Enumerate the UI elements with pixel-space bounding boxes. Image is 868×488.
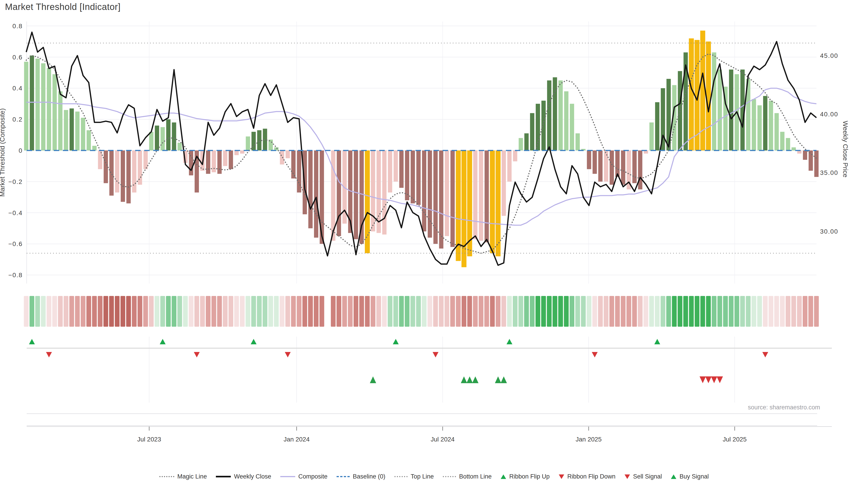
indicator-bar: [126, 151, 131, 203]
indicator-bar: [155, 126, 159, 151]
indicator-bar: [92, 146, 96, 151]
ribbon-cell: [348, 296, 352, 327]
ribbon-cell: [644, 296, 648, 327]
indicator-bar: [495, 151, 500, 256]
ribbon-cell: [507, 296, 512, 327]
ribbon-cell: [564, 296, 569, 327]
ribbon-cell: [780, 296, 784, 327]
indicator-bar: [30, 56, 34, 151]
indicator-bar: [729, 70, 733, 151]
indicator-bar: [354, 151, 358, 239]
ribbon-cell: [200, 296, 205, 327]
ribbon-cell: [445, 296, 450, 327]
indicator-bar: [445, 151, 449, 236]
dotted-gray-line-icon: [443, 476, 456, 477]
ribbon-cell: [257, 296, 262, 327]
dashed-blue-line-icon: [337, 476, 350, 477]
indicator-bar: [422, 151, 426, 231]
buy-signal-marker: [467, 377, 473, 383]
ribbon-cell: [473, 296, 477, 327]
indicator-bar: [360, 151, 364, 244]
ribbon-cell: [678, 296, 682, 327]
sell-signal-marker: [717, 377, 723, 383]
ribbon-cell: [194, 296, 199, 327]
legend-item-magic-line: Magic Line: [159, 473, 207, 480]
indicator-bar: [212, 151, 216, 172]
ribbon-cell: [69, 296, 74, 327]
ribbon-cell: [615, 296, 620, 327]
ribbon-cell: [752, 296, 756, 327]
indicator-bar: [229, 151, 233, 169]
ribbon-cell: [280, 296, 284, 327]
indicator-bar: [75, 111, 80, 151]
indicator-bar: [365, 151, 370, 253]
ribbon-cell: [121, 296, 125, 327]
ribbon-cell: [672, 296, 677, 327]
indicator-bar: [314, 151, 318, 238]
y-right-tick-label: 40.00: [820, 111, 838, 118]
ribbon-cell: [786, 296, 790, 327]
buy-signal-marker: [472, 377, 478, 383]
ribbon-cell: [479, 296, 484, 327]
ribbon-cell: [757, 296, 762, 327]
ribbon-cell: [138, 296, 143, 327]
ribbon-cell: [763, 296, 768, 327]
y-left-tick-label: 0.6: [12, 54, 23, 61]
legend-label: Ribbon Flip Up: [509, 473, 550, 480]
indicator-bar: [559, 80, 563, 151]
indicator-bar: [604, 151, 608, 182]
indicator-bar: [564, 91, 568, 151]
y-left-tick-label: 0.8: [12, 23, 23, 30]
ribbon-cell: [581, 296, 586, 327]
ribbon-cell: [808, 296, 813, 327]
indicator-bar: [217, 151, 222, 174]
indicator-bar: [428, 151, 432, 238]
ribbon-cell: [132, 296, 136, 327]
y-right-tick-label: 35.00: [820, 169, 838, 176]
indicator-bar: [803, 151, 807, 160]
ribbon-cell: [103, 296, 108, 327]
ribbon-cell: [717, 296, 722, 327]
indicator-bar: [718, 70, 722, 151]
ribbon-cell: [501, 296, 506, 327]
ribbon-cell: [450, 296, 455, 327]
x-axis-tick-label: Jan 2025: [576, 436, 601, 443]
legend-label: Weekly Close: [234, 473, 271, 480]
ribbon-cell: [388, 296, 393, 327]
ribbon-cell: [621, 296, 625, 327]
ribbon-cell: [422, 296, 427, 327]
indicator-bar: [178, 143, 182, 151]
ribbon-cell: [183, 296, 188, 327]
x-axis-tick-label: Jul 2023: [137, 436, 161, 443]
indicator-bar: [53, 74, 57, 151]
ribbon-cell: [30, 296, 34, 327]
ribbon-flip-down-marker: [433, 352, 438, 357]
ribbon-cell: [35, 296, 40, 327]
indicator-bar: [399, 151, 403, 188]
indicator-bar: [87, 130, 91, 151]
indicator-bar: [285, 151, 290, 158]
ribbon-cell: [342, 296, 347, 327]
y-left-tick-label: −0.6: [8, 240, 23, 248]
ribbon-cell: [666, 296, 671, 327]
legend-item-ribbon-flip-down: Ribbon Flip Down: [559, 473, 616, 480]
indicator-bar: [132, 151, 136, 193]
buy-signal-marker: [370, 377, 376, 383]
indicator-bar: [166, 119, 170, 151]
legend-label: Sell Signal: [633, 473, 662, 480]
ribbon-cell: [314, 296, 318, 327]
legend-label: Ribbon Flip Down: [567, 473, 616, 480]
indicator-bar: [189, 151, 193, 175]
ribbon-cell: [206, 296, 211, 327]
indicator-bar: [138, 151, 142, 185]
indicator-bar: [411, 151, 415, 203]
ribbon-cell: [592, 296, 597, 327]
red-down-triangle-icon: [559, 475, 564, 479]
ribbon-cell: [75, 296, 80, 327]
legend-item-buy-signal: Buy Signal: [671, 473, 709, 480]
ribbon-cell: [797, 296, 802, 327]
ribbon-cell: [166, 296, 170, 327]
ribbon-cell: [587, 296, 591, 327]
ribbon-cell: [626, 296, 631, 327]
ribbon-cell: [410, 296, 415, 327]
